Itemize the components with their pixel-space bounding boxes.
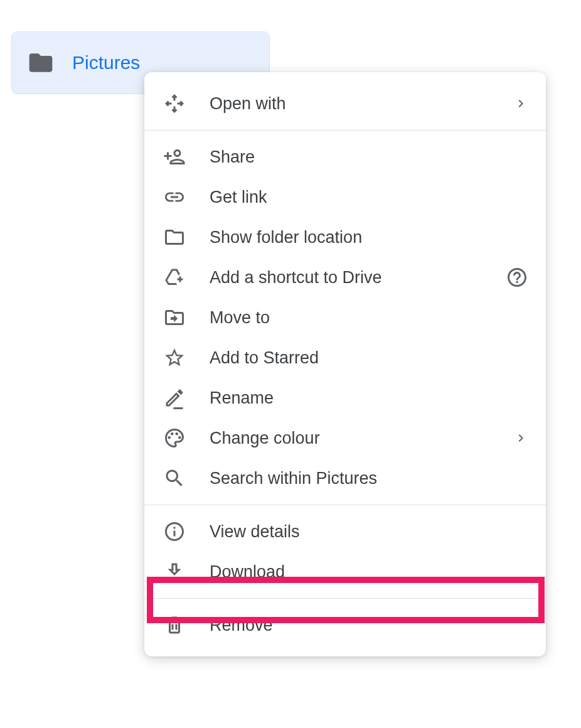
search-icon — [162, 466, 187, 491]
chevron-right-icon — [513, 431, 528, 446]
info-icon — [162, 519, 187, 544]
menu-item-add-to-starred[interactable]: Add to Starred — [144, 338, 546, 378]
menu-item-label: Move to — [210, 308, 528, 328]
menu-item-label: Change colour — [210, 429, 513, 448]
menu-item-show-folder-location[interactable]: Show folder location — [144, 217, 546, 257]
palette-icon — [162, 426, 187, 451]
menu-item-change-colour[interactable]: Change colour — [144, 418, 546, 458]
menu-item-label: Download — [210, 562, 528, 582]
menu-item-label: Search within Pictures — [210, 469, 528, 488]
menu-item-label: Get link — [210, 188, 528, 207]
open-with-icon — [162, 91, 187, 116]
menu-item-label: Rename — [210, 388, 528, 408]
download-icon — [162, 559, 187, 584]
svg-point-1 — [171, 432, 174, 436]
svg-point-0 — [168, 436, 171, 439]
menu-divider — [144, 505, 546, 505]
link-icon — [162, 185, 187, 210]
menu-item-label: Remove — [210, 616, 528, 635]
folder-icon — [27, 49, 55, 77]
svg-point-2 — [176, 432, 179, 436]
folder-chip-label: Pictures — [72, 52, 140, 73]
menu-item-label: Show folder location — [210, 228, 528, 247]
chevron-right-icon — [513, 96, 528, 111]
drive-shortcut-icon — [162, 265, 187, 290]
menu-item-label: View details — [210, 522, 528, 542]
star-icon — [162, 345, 187, 370]
menu-item-search-within[interactable]: Search within Pictures — [144, 458, 546, 498]
menu-item-add-shortcut[interactable]: Add a shortcut to Drive — [144, 257, 546, 297]
menu-item-share[interactable]: Share — [144, 137, 546, 177]
menu-item-view-details[interactable]: View details — [144, 511, 546, 552]
menu-item-remove[interactable]: Remove — [144, 605, 546, 645]
svg-point-3 — [178, 436, 181, 439]
share-icon — [162, 144, 187, 169]
menu-item-move-to[interactable]: Move to — [144, 297, 546, 338]
trash-icon — [162, 613, 187, 638]
context-menu: Open with Share Get link Show folder l — [144, 72, 546, 656]
menu-divider — [144, 598, 546, 599]
rename-icon — [162, 385, 187, 410]
menu-item-label: Share — [210, 147, 528, 167]
menu-item-get-link[interactable]: Get link — [144, 177, 546, 217]
menu-item-download[interactable]: Download — [144, 552, 546, 592]
menu-item-rename[interactable]: Rename — [144, 378, 546, 418]
menu-item-open-with[interactable]: Open with — [144, 83, 546, 124]
help-icon[interactable] — [506, 266, 528, 289]
menu-item-label: Add to Starred — [210, 348, 528, 368]
folder-outline-icon — [162, 225, 187, 250]
menu-item-label: Open with — [210, 94, 513, 114]
move-to-icon — [162, 305, 187, 330]
menu-divider — [144, 130, 546, 131]
menu-item-label: Add a shortcut to Drive — [210, 268, 506, 287]
